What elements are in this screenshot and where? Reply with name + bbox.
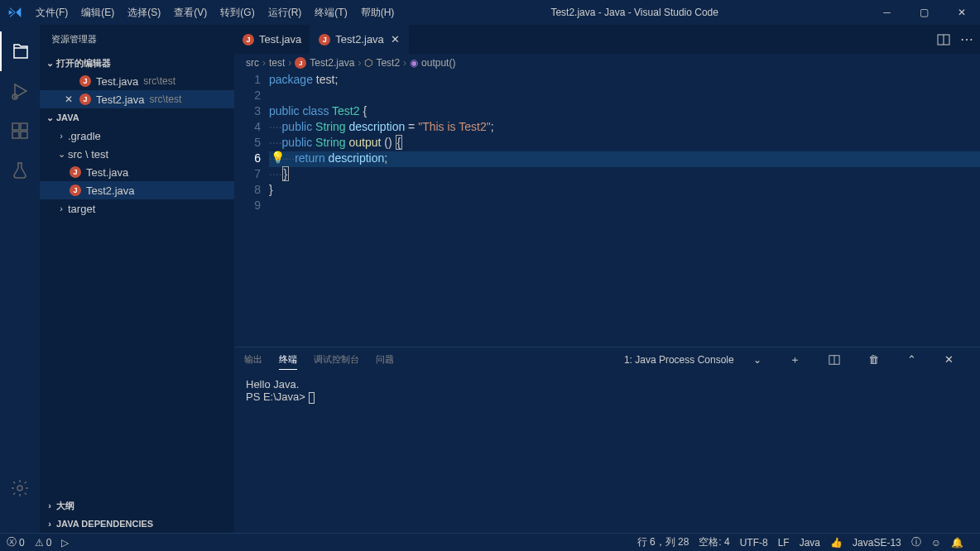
- menu-edit[interactable]: 编辑(E): [74, 6, 121, 20]
- svg-rect-2: [21, 123, 27, 130]
- code-editor[interactable]: 💡 123456789 package test; public class T…: [234, 72, 980, 347]
- folder-target[interactable]: ›target: [40, 199, 234, 218]
- menu-select[interactable]: 选择(S): [121, 6, 167, 20]
- status-lncol[interactable]: 行 6，列 28: [637, 535, 689, 549]
- close-panel-icon[interactable]: ✕: [944, 353, 954, 369]
- titlebar: 文件(F) 编辑(E) 选择(S) 查看(V) 转到(G) 运行(R) 终端(T…: [0, 0, 980, 25]
- split-terminal-icon[interactable]: [829, 354, 840, 369]
- status-warnings[interactable]: ⚠ 0: [35, 537, 52, 549]
- open-editor-test2[interactable]: ✕JTest2.javasrc\test: [40, 90, 234, 108]
- panel-tab-output[interactable]: 输出: [244, 353, 262, 369]
- menu-terminal[interactable]: 终端(T): [308, 6, 353, 20]
- line-gutter: 123456789: [234, 72, 269, 347]
- run-debug-icon[interactable]: [0, 71, 40, 111]
- folder-gradle[interactable]: ›.gradle: [40, 127, 234, 145]
- status-thumbsup-icon[interactable]: 👍: [830, 535, 843, 549]
- lightbulb-icon[interactable]: 💡: [271, 151, 285, 164]
- open-editor-test1[interactable]: JTest.javasrc\test: [40, 72, 234, 90]
- explorer-sidebar: 资源管理器 ⌄打开的编辑器 JTest.javasrc\test ✕JTest2…: [40, 25, 234, 533]
- window-title: Test2.java - Java - Visual Studio Code: [401, 7, 868, 18]
- status-errors[interactable]: ⓧ 0: [7, 535, 25, 549]
- maximize-button[interactable]: ▢: [906, 0, 943, 25]
- vscode-logo-icon: [0, 6, 29, 19]
- svg-point-5: [17, 486, 22, 491]
- settings-gear-icon[interactable]: [0, 468, 40, 508]
- tab-test2[interactable]: JTest2.java✕: [310, 25, 409, 54]
- file-test1[interactable]: JTest.java: [40, 163, 234, 181]
- project-section[interactable]: ⌄JAVA: [40, 108, 234, 127]
- open-editors-section[interactable]: ⌄打开的编辑器: [40, 54, 234, 72]
- svg-rect-3: [12, 132, 19, 138]
- activity-bar: [0, 25, 40, 533]
- menu-run[interactable]: 运行(R): [262, 6, 309, 20]
- close-button[interactable]: ✕: [943, 0, 980, 25]
- panel-tab-terminal[interactable]: 终端: [279, 353, 297, 370]
- menu-goto[interactable]: 转到(G): [214, 6, 261, 20]
- terminal-selector[interactable]: 1: Java Process Console ⌄: [624, 354, 761, 369]
- panel-tab-problems[interactable]: 问题: [376, 353, 394, 369]
- panel-tab-debug[interactable]: 调试控制台: [314, 353, 359, 369]
- folder-src-test[interactable]: ⌄src \ test: [40, 145, 234, 163]
- status-run-icon[interactable]: ▷: [61, 537, 69, 549]
- editor-area: JTest.java JTest2.java✕ ⋯ src› test› JTe…: [234, 25, 980, 533]
- panel: 输出 终端 调试控制台 问题 1: Java Process Console ⌄…: [234, 347, 980, 533]
- svg-rect-1: [12, 123, 19, 130]
- menu-view[interactable]: 查看(V): [167, 6, 214, 20]
- java-deps-section[interactable]: ›JAVA DEPENDENCIES: [40, 515, 234, 533]
- status-bell-icon[interactable]: 🔔: [951, 535, 963, 549]
- explorer-title: 资源管理器: [40, 25, 234, 54]
- menu-bar: 文件(F) 编辑(E) 选择(S) 查看(V) 转到(G) 运行(R) 终端(T…: [29, 6, 401, 20]
- menu-file[interactable]: 文件(F): [29, 6, 74, 20]
- status-encoding[interactable]: UTF-8: [740, 535, 768, 549]
- menu-help[interactable]: 帮助(H): [354, 6, 401, 20]
- status-spaces[interactable]: 空格: 4: [699, 535, 729, 549]
- terminal-body[interactable]: Hello Java. PS E:\Java>: [234, 375, 980, 533]
- kill-terminal-icon[interactable]: 🗑: [868, 353, 879, 369]
- outline-section[interactable]: ›大纲: [40, 496, 234, 515]
- status-feedback-icon[interactable]: ☺: [931, 535, 941, 549]
- tab-test1[interactable]: JTest.java: [234, 25, 310, 54]
- maximize-panel-icon[interactable]: ⌃: [907, 353, 916, 369]
- breadcrumb[interactable]: src› test› JTest2.java› ⬡Test2› ◉output(…: [234, 54, 980, 72]
- testing-icon[interactable]: [0, 151, 40, 190]
- explorer-icon[interactable]: [0, 31, 40, 71]
- more-actions-icon[interactable]: ⋯: [960, 31, 973, 47]
- svg-rect-4: [21, 132, 27, 138]
- tab-close-icon[interactable]: ✕: [391, 33, 400, 46]
- status-bar: ⓧ 0 ⚠ 0 ▷ 行 6，列 28 空格: 4 UTF-8 LF Java 👍…: [0, 533, 980, 551]
- minimize-button[interactable]: ─: [868, 0, 906, 25]
- status-info-icon[interactable]: ⓘ: [911, 535, 921, 549]
- editor-tabs: JTest.java JTest2.java✕ ⋯: [234, 25, 980, 54]
- file-test2[interactable]: JTest2.java: [40, 181, 234, 199]
- split-editor-icon[interactable]: [937, 33, 950, 46]
- extensions-icon[interactable]: [0, 111, 40, 151]
- status-jdk[interactable]: JavaSE-13: [853, 535, 901, 549]
- status-lang[interactable]: Java: [800, 535, 820, 549]
- status-eol[interactable]: LF: [778, 535, 790, 549]
- new-terminal-icon[interactable]: ＋: [790, 352, 800, 371]
